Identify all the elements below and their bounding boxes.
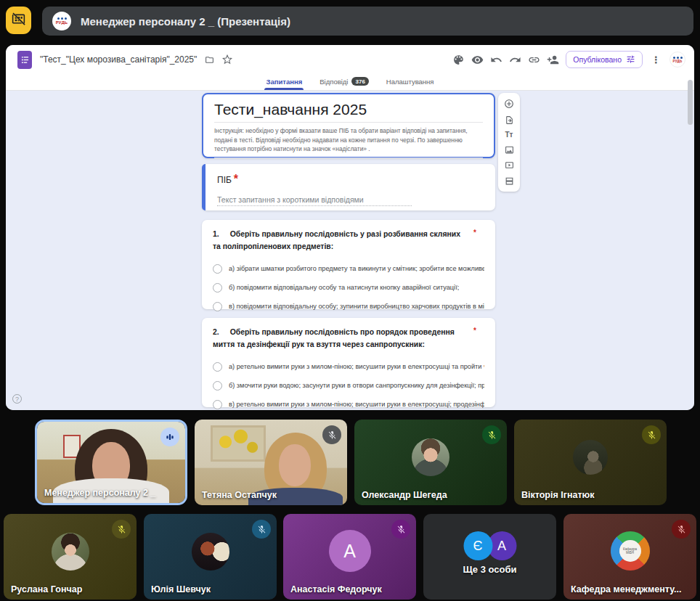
speaking-indicator-icon [160, 428, 179, 446]
presentation-title: Менеджер персоналу 2 _ (Презентація) [81, 15, 290, 28]
radio-option[interactable]: в) повідомити відповідальну особу; зупин… [213, 297, 484, 316]
form-canvas: Тести_навчання 2025 Інструкція: необхідн… [6, 91, 694, 410]
add-image-icon[interactable] [505, 145, 514, 155]
question-title: 2.Оберіть правильну послідовність про по… [213, 326, 484, 351]
short-answer-placeholder: Текст запитання з короткими відповідями [217, 195, 412, 206]
google-forms-icon[interactable] [17, 51, 32, 69]
tab-questions[interactable]: Запитання [266, 73, 302, 90]
avatar-initial: А [329, 530, 371, 572]
avatar-logo: Кафедра МіБН [611, 531, 650, 571]
radio-button[interactable] [213, 400, 222, 409]
participant-name: Вікторія Ігнатюк [521, 490, 594, 500]
participant-tile-oleksandr[interactable]: Олександр Шегеда [354, 420, 507, 505]
mic-off-icon [322, 425, 341, 444]
participant-name: Менеджер персоналу 2 _ [44, 488, 155, 498]
question-card-pib[interactable]: ПІБ* Текст запитання з короткими відпові… [202, 164, 495, 210]
account-avatar[interactable]: РУДЬ [670, 52, 685, 68]
add-title-icon[interactable]: Tт [505, 131, 513, 139]
screenshare-google-forms: "Тест_"Цех морозива_санітарія"_2025" [6, 45, 694, 410]
participant-tile-anastasia[interactable]: А Анастасія Федорчук [283, 514, 416, 600]
participant-name: Юлія Шевчук [151, 584, 211, 594]
redo-icon[interactable] [509, 54, 521, 66]
radio-option[interactable]: а) зібрати шматки розбитого предмету та … [213, 259, 484, 278]
mic-off-icon [482, 425, 501, 444]
help-button[interactable]: ? [12, 394, 22, 404]
overflow-count-label: Ще 3 особи [463, 564, 517, 575]
mic-off-icon [672, 520, 691, 539]
avatar [412, 438, 449, 476]
star-icon[interactable] [222, 54, 232, 65]
document-title[interactable]: "Тест_"Цех морозива_санітарія"_2025" [40, 54, 197, 65]
tune-icon [626, 54, 635, 65]
participant-name: Анастасія Федорчук [290, 584, 382, 594]
radio-button[interactable] [213, 283, 222, 293]
mic-off-icon [642, 425, 661, 444]
form-description[interactable]: Інструкція: необхідно у формі вказати ва… [214, 126, 483, 158]
participant-tile-manager[interactable]: Менеджер персоналу 2 _ [35, 420, 187, 505]
form-title-card[interactable]: Тести_навчання 2025 Інструкція: необхідн… [202, 93, 495, 158]
participant-tile-kafedra[interactable]: Кафедра МіБН Кафедра менеджменту... [563, 514, 696, 600]
mic-off-icon [391, 520, 410, 539]
presenter-avatar: РУДЬ [52, 12, 71, 30]
mic-off-icon [252, 520, 271, 539]
radio-option[interactable]: б) повідомити відповідальну особу та нат… [213, 278, 484, 297]
forms-header: "Тест_"Цех морозива_санітарія"_2025" [6, 45, 694, 91]
brand-logo-text: РУДЬ [56, 20, 68, 25]
participant-name: Руслана Гончар [11, 584, 82, 594]
question-card-2[interactable]: 2.Оберіть правильну послідовність про по… [202, 318, 495, 407]
more-vert-icon[interactable]: ⋮ [649, 54, 663, 65]
theme-palette-icon[interactable] [452, 54, 465, 66]
meet-window: РУДЬ Менеджер персоналу 2 _ (Презентація… [0, 0, 700, 601]
add-question-icon[interactable] [504, 99, 514, 109]
radio-option[interactable]: а) ретельно вимити руки з милом-піною; в… [213, 357, 484, 376]
question-title: 1.Оберіть правильну послідовність у разі… [213, 228, 484, 253]
avatar [192, 533, 229, 571]
published-label: Опубліковано [573, 55, 622, 64]
participant-name: Кафедра менеджменту... [571, 584, 681, 594]
radio-button[interactable] [213, 381, 222, 391]
preview-eye-icon[interactable] [471, 54, 484, 66]
radio-button[interactable] [213, 362, 222, 372]
radio-button[interactable] [213, 302, 222, 311]
participant-name: Тетяна Остапчук [202, 490, 277, 500]
add-section-icon[interactable] [505, 176, 514, 186]
undo-icon[interactable] [490, 54, 502, 66]
link-icon[interactable] [528, 54, 540, 66]
participant-tile-yulia[interactable]: Юлія Шевчук [144, 514, 277, 600]
question-label[interactable]: ПІБ [217, 175, 232, 185]
mic-off-icon [112, 520, 131, 539]
add-video-icon[interactable] [505, 160, 514, 170]
tab-settings[interactable]: Налаштування [386, 73, 434, 90]
stop-presenting-button[interactable] [6, 7, 31, 34]
radio-option[interactable]: б) змочити руки водою; засунути руки в о… [213, 376, 484, 395]
required-asterisk: * [234, 173, 238, 185]
selected-card-indicator [202, 164, 205, 210]
form-side-toolbar: Tт [498, 93, 520, 192]
avatar [573, 440, 608, 475]
responses-count-badge: 376 [351, 77, 368, 86]
import-questions-icon[interactable] [505, 115, 514, 125]
question-card-1[interactable]: 1.Оберіть правильну послідовність у разі… [202, 220, 495, 309]
published-button[interactable]: Опубліковано [566, 51, 643, 68]
overflow-avatars: Є А [463, 531, 516, 560]
radio-option[interactable]: в) ретельно вимити руки з милом-піною; в… [213, 395, 484, 410]
participant-tile-tetyana[interactable]: Тетяна Остапчук [195, 420, 347, 505]
presentation-banner[interactable]: РУДЬ Менеджер персоналу 2 _ (Презентація… [42, 7, 693, 36]
participant-tile-ruslana[interactable]: Руслана Гончар [4, 514, 137, 600]
avatar [52, 533, 89, 571]
forms-tabs: Запитання Відповіді376 Налаштування [6, 73, 694, 90]
participant-name: Олександр Шегеда [362, 490, 447, 500]
radio-button[interactable] [213, 264, 222, 274]
avatar-initial: Є [463, 531, 492, 560]
move-folder-icon[interactable] [205, 55, 214, 65]
required-asterisk: * [473, 327, 476, 335]
tab-responses[interactable]: Відповіді376 [320, 73, 369, 90]
form-title[interactable]: Тести_навчання 2025 [214, 101, 483, 123]
participant-tile-viktoria[interactable]: Вікторія Ігнатюк [514, 420, 667, 505]
add-collaborator-icon[interactable] [547, 54, 559, 66]
stop-presentation-icon [11, 12, 26, 30]
required-asterisk: * [473, 229, 476, 237]
scrollbar-thumb[interactable] [688, 80, 693, 125]
overflow-participants-tile[interactable]: Є А Ще 3 особи [423, 514, 556, 600]
